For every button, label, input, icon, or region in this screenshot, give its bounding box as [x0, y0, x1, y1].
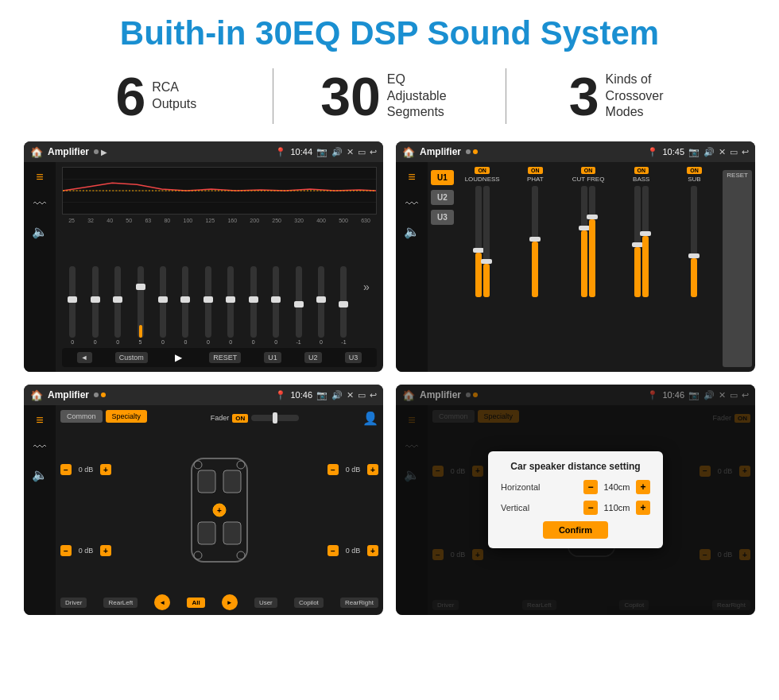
- reset-button[interactable]: RESET: [209, 352, 241, 363]
- wave-icon[interactable]: 〰: [33, 197, 46, 211]
- driver-btn[interactable]: Driver: [60, 598, 87, 608]
- slider-track-3[interactable]: [114, 266, 121, 338]
- slider-thumb-4[interactable]: [136, 284, 145, 290]
- cutfreq-thumb-1[interactable]: [579, 226, 590, 230]
- eq-icon-2[interactable]: ≡: [408, 170, 415, 184]
- wave-icon-3[interactable]: 〰: [33, 440, 46, 454]
- close-icon-2[interactable]: ✕: [719, 147, 726, 157]
- phat-on[interactable]: ON: [528, 167, 543, 174]
- cutfreq-slider-1[interactable]: [581, 186, 587, 297]
- speaker-icon[interactable]: 🔈: [32, 224, 48, 239]
- u3-button[interactable]: U3: [345, 352, 362, 363]
- slider-track-5[interactable]: [160, 266, 166, 338]
- all-btn[interactable]: All: [187, 598, 204, 608]
- u1-button[interactable]: U1: [264, 352, 281, 363]
- loudness-slider-1[interactable]: [475, 186, 482, 297]
- cutfreq-slider-2[interactable]: [589, 186, 595, 297]
- slider-track-6[interactable]: [182, 266, 188, 338]
- vol-plus-1[interactable]: +: [100, 464, 111, 475]
- slider-track-9[interactable]: [250, 266, 257, 338]
- window-icon-2[interactable]: ▭: [730, 147, 738, 157]
- u2-button[interactable]: U2: [304, 352, 322, 363]
- eq-icon[interactable]: ≡: [36, 170, 43, 184]
- play-button[interactable]: ▶: [171, 350, 186, 365]
- sub-on[interactable]: ON: [687, 167, 702, 174]
- horizontal-plus[interactable]: +: [636, 480, 650, 494]
- back-icon-3[interactable]: ↩: [370, 390, 377, 400]
- slider-thumb-9[interactable]: [249, 296, 258, 303]
- nav-right[interactable]: ►: [222, 594, 238, 610]
- vol-minus-3[interactable]: −: [327, 464, 339, 475]
- sub-slider-1[interactable]: [691, 186, 697, 297]
- vol-minus-1[interactable]: −: [60, 464, 72, 475]
- sub-thumb-1[interactable]: [688, 253, 700, 258]
- fader-on-badge[interactable]: ON: [232, 414, 248, 423]
- slider-thumb-3[interactable]: [113, 296, 122, 303]
- rearright-btn[interactable]: RearRight: [340, 598, 378, 608]
- vol-minus-4[interactable]: −: [327, 545, 339, 556]
- bass-slider-1[interactable]: [634, 186, 641, 297]
- loudness-slider-2[interactable]: [483, 186, 490, 297]
- vol-minus-2[interactable]: −: [60, 545, 72, 556]
- u2-select[interactable]: U2: [431, 190, 454, 205]
- window-icon[interactable]: ▭: [358, 147, 366, 157]
- cutfreq-on[interactable]: ON: [581, 167, 596, 174]
- eq-right-arrow[interactable]: »: [363, 280, 370, 293]
- slider-track-12[interactable]: [318, 266, 324, 338]
- bass-slider-2[interactable]: [642, 186, 649, 297]
- slider-thumb-13[interactable]: [339, 301, 348, 307]
- home-icon-2[interactable]: 🏠: [402, 146, 415, 158]
- back-icon[interactable]: ↩: [370, 147, 377, 157]
- nav-left[interactable]: ◄: [154, 594, 170, 610]
- slider-track-13[interactable]: [340, 266, 347, 338]
- vertical-minus[interactable]: −: [583, 501, 598, 515]
- fader-thumb[interactable]: [273, 412, 277, 423]
- back-icon-2[interactable]: ↩: [742, 147, 749, 157]
- slider-thumb-11[interactable]: [294, 301, 304, 307]
- slider-track-11[interactable]: [296, 266, 302, 338]
- vol-plus-3[interactable]: +: [367, 464, 378, 475]
- tab-common[interactable]: Common: [60, 410, 103, 423]
- u1-select[interactable]: U1: [431, 170, 454, 185]
- slider-thumb-6[interactable]: [180, 296, 190, 303]
- vol-plus-2[interactable]: +: [100, 545, 111, 556]
- speaker-icon-2[interactable]: 🔈: [404, 224, 420, 239]
- phat-slider-1[interactable]: [532, 186, 538, 297]
- slider-track-2[interactable]: [92, 266, 99, 338]
- fader-slider[interactable]: [251, 415, 299, 421]
- confirm-button[interactable]: Confirm: [543, 521, 608, 539]
- cutfreq-thumb-2[interactable]: [587, 215, 598, 219]
- vol-plus-4[interactable]: +: [367, 545, 378, 556]
- loudness-on[interactable]: ON: [475, 167, 490, 174]
- loudness-thumb-1[interactable]: [473, 248, 484, 253]
- copilot-btn[interactable]: Copilot: [294, 598, 324, 608]
- crossover-reset-button[interactable]: RESET: [723, 170, 752, 367]
- loudness-thumb-2[interactable]: [481, 259, 492, 264]
- slider-track-7[interactable]: [205, 266, 211, 338]
- rearleft-btn[interactable]: RearLeft: [103, 598, 138, 608]
- slider-track-4[interactable]: [138, 266, 144, 338]
- slider-thumb-2[interactable]: [91, 296, 100, 303]
- user-btn[interactable]: User: [254, 598, 277, 608]
- slider-track-10[interactable]: [273, 266, 279, 338]
- window-icon-3[interactable]: ▭: [358, 390, 366, 400]
- slider-track-8[interactable]: [227, 266, 234, 338]
- eq-icon-3[interactable]: ≡: [36, 413, 43, 427]
- u3-select[interactable]: U3: [431, 210, 454, 225]
- wave-icon-2[interactable]: 〰: [405, 197, 418, 211]
- speaker-icon-3[interactable]: 🔈: [32, 467, 48, 482]
- close-icon[interactable]: ✕: [347, 147, 354, 157]
- slider-thumb-8[interactable]: [226, 296, 235, 303]
- slider-thumb-12[interactable]: [316, 296, 326, 303]
- bass-on[interactable]: ON: [634, 167, 649, 174]
- close-icon-3[interactable]: ✕: [347, 390, 354, 400]
- bass-thumb-1[interactable]: [632, 242, 643, 247]
- prev-button[interactable]: ◄: [77, 352, 92, 363]
- slider-thumb-1[interactable]: [68, 296, 77, 303]
- bass-thumb-2[interactable]: [640, 231, 651, 236]
- slider-track-1[interactable]: [69, 266, 76, 338]
- slider-thumb-7[interactable]: [203, 296, 213, 303]
- slider-thumb-5[interactable]: [158, 296, 168, 303]
- home-icon-3[interactable]: 🏠: [30, 389, 43, 401]
- vertical-plus[interactable]: +: [636, 501, 650, 515]
